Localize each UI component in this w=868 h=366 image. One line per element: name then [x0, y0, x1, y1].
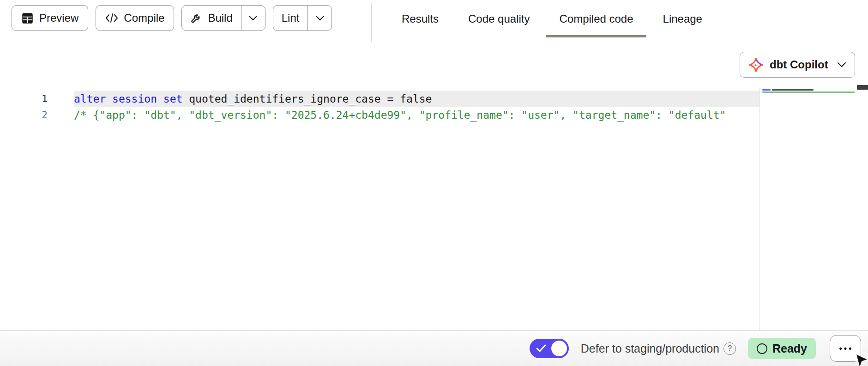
- mouse-cursor: [854, 353, 868, 366]
- compile-button[interactable]: Compile: [96, 5, 174, 31]
- code-line[interactable]: 1alter session set quoted_identifiers_ig…: [0, 91, 760, 107]
- code-line-text: alter session set quoted_identifiers_ign…: [74, 91, 760, 107]
- toggle-knob: [551, 341, 567, 356]
- chevron-down-icon: [315, 15, 325, 21]
- chevron-down-icon: [837, 62, 846, 67]
- code-lines: 1alter session set quoted_identifiers_ig…: [0, 91, 760, 123]
- table-icon: [21, 12, 34, 24]
- ellipsis-icon: •••: [838, 344, 854, 353]
- compiled-code-editor[interactable]: 1alter session set quoted_identifiers_ig…: [0, 88, 760, 330]
- build-button[interactable]: Build: [182, 6, 241, 30]
- dbt-copilot-label: dbt Copilot: [770, 58, 828, 71]
- build-split-button: Build: [181, 5, 265, 31]
- compile-button-label: Compile: [124, 12, 164, 24]
- minimap-line: [772, 89, 814, 91]
- result-tabs: Results Code quality Compiled code Linea…: [389, 0, 715, 37]
- lint-button-label: Lint: [282, 12, 300, 24]
- circle-outline-icon: [757, 343, 767, 354]
- lint-dropdown-button[interactable]: [307, 6, 332, 30]
- preview-button[interactable]: Preview: [12, 5, 88, 31]
- question-circle-icon[interactable]: ?: [723, 342, 736, 355]
- lint-button[interactable]: Lint: [273, 6, 308, 30]
- minimap-line: [762, 92, 855, 93]
- tab-code-quality[interactable]: Code quality: [455, 0, 542, 37]
- wrench-icon: [190, 12, 202, 24]
- toolbar-tabs-divider: [371, 3, 372, 42]
- tab-lineage[interactable]: Lineage: [650, 0, 715, 37]
- code-line-text: /* {"app": "dbt", "dbt_version": "2025.6…: [74, 107, 760, 123]
- editor-scrollbar[interactable]: [857, 88, 868, 330]
- tab-results[interactable]: Results: [389, 0, 452, 37]
- dbt-logo-icon: [748, 57, 764, 73]
- line-number: 1: [0, 91, 74, 107]
- editor-toolbar: Preview Compile Build: [12, 5, 332, 31]
- defer-label: Defer to staging/production: [581, 342, 719, 355]
- dbt-copilot-button[interactable]: dbt Copilot: [740, 52, 855, 78]
- lint-split-button: Lint: [273, 5, 332, 31]
- status-footer: Defer to staging/production ? Ready •••: [0, 330, 868, 366]
- preview-button-label: Preview: [39, 12, 78, 24]
- minimap-line: [762, 89, 771, 91]
- build-dropdown-button[interactable]: [241, 6, 265, 30]
- code-line[interactable]: 2/* {"app": "dbt", "dbt_version": "2025.…: [0, 107, 760, 123]
- scrollbar-thumb[interactable]: [857, 85, 868, 90]
- line-number: 2: [0, 107, 74, 123]
- build-button-label: Build: [208, 12, 232, 24]
- tab-compiled-code[interactable]: Compiled code: [546, 0, 646, 37]
- ready-status-label: Ready: [772, 342, 807, 355]
- ready-status-badge: Ready: [748, 338, 816, 359]
- chevron-down-icon: [248, 15, 258, 21]
- code-brackets-icon: [105, 12, 118, 24]
- defer-toggle[interactable]: [530, 339, 569, 358]
- editor-minimap[interactable]: [760, 88, 856, 330]
